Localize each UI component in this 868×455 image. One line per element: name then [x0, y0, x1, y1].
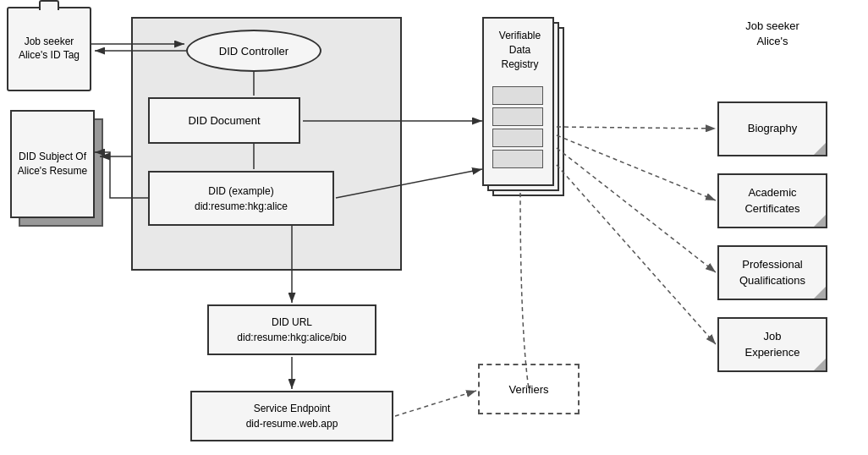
vdr-row-1	[492, 86, 543, 105]
credential-professional-label: Professional Qualifications	[739, 257, 805, 288]
did-subject: DID Subject Of Alice's Resume	[10, 110, 99, 224]
did-example-line2: did:resume:hkg:alice	[195, 199, 288, 214]
did-controller-label: DID Controller	[219, 45, 288, 58]
credential-biography: Biography	[717, 101, 827, 156]
svg-line-13	[557, 165, 716, 344]
id-tag: Job seeker Alice's ID Tag	[7, 7, 91, 91]
vdr-container: Verifiable Data Registry	[482, 17, 567, 211]
alice-label-line1: Job seeker	[745, 19, 799, 32]
verifiers-label: Verifiers	[509, 383, 549, 396]
credential-academic: Academic Certificates	[717, 173, 827, 228]
did-example-line1: DID (example)	[195, 184, 288, 199]
credential-job-experience: Job Experience	[717, 317, 827, 372]
service-endpoint-line1: Service Endpoint	[246, 401, 338, 416]
svg-line-9	[395, 391, 476, 416]
vdr-row-3	[492, 129, 543, 147]
id-tag-label: Job seeker Alice's ID Tag	[14, 36, 85, 62]
did-example-box: DID (example) did:resume:hkg:alice	[148, 171, 334, 226]
svg-line-12	[557, 148, 716, 272]
did-document-label: DID Document	[188, 114, 260, 127]
credential-academic-label: Academic Certificates	[744, 185, 799, 216]
service-endpoint-text: Service Endpoint did-resume.web.app	[246, 401, 338, 431]
alice-label-line2: Alice's	[756, 35, 788, 47]
service-endpoint-line2: did-resume.web.app	[246, 416, 338, 431]
diagram-container: Job seeker Alice's ID Tag DID Subject Of…	[0, 0, 868, 455]
vdr-table	[492, 86, 543, 171]
did-controller: DID Controller	[186, 30, 321, 72]
vdr-row-2	[492, 107, 543, 126]
alice-credentials-header: Job seeker Alice's	[717, 19, 827, 49]
did-url-box: DID URL did:resume:hkg:alice/bio	[207, 304, 376, 355]
credential-biography-label: Biography	[748, 121, 798, 136]
credential-job-experience-label: Job Experience	[744, 329, 799, 359]
vdr-label: Verifiable Data Registry	[484, 25, 556, 74]
did-example-text: DID (example) did:resume:hkg:alice	[195, 184, 288, 214]
verifiers-box: Verifiers	[478, 364, 580, 414]
svg-line-11	[557, 135, 716, 200]
did-url-line2: did:resume:hkg:alice/bio	[237, 330, 346, 345]
svg-line-10	[557, 127, 716, 129]
did-subject-main: DID Subject Of Alice's Resume	[10, 110, 95, 218]
vdr-row-4	[492, 150, 543, 168]
service-endpoint-box: Service Endpoint did-resume.web.app	[190, 391, 393, 441]
did-subject-label: DID Subject Of Alice's Resume	[17, 150, 88, 178]
vdr-page-front: Verifiable Data Registry	[482, 17, 554, 186]
did-url-line1: DID URL	[237, 315, 346, 330]
did-document: DID Document	[148, 97, 300, 144]
credential-professional: Professional Qualifications	[717, 245, 827, 300]
did-url-text: DID URL did:resume:hkg:alice/bio	[237, 315, 346, 345]
